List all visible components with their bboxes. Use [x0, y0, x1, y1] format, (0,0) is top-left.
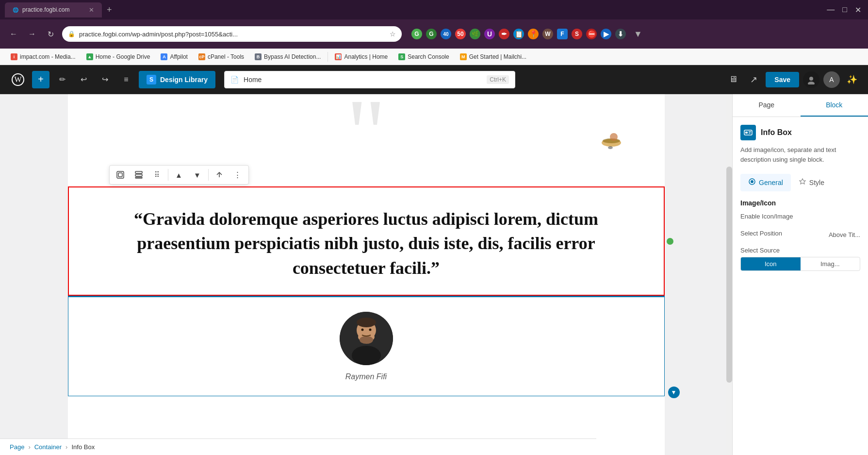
- toolbar-sep: [168, 169, 168, 181]
- resize-handle[interactable]: ▼: [668, 387, 680, 398]
- svg-point-6: [610, 133, 618, 141]
- transform-btn[interactable]: [211, 167, 228, 183]
- enable-icon-row: Enable Icon/Image: [740, 213, 860, 223]
- ext-g-icon[interactable]: G: [411, 29, 422, 39]
- user-avatar[interactable]: [803, 71, 819, 88]
- block-select-btn[interactable]: [130, 167, 147, 183]
- scrollbar-thumb[interactable]: [726, 167, 732, 383]
- window-minimize[interactable]: —: [825, 3, 836, 16]
- select-position-value[interactable]: Above Tit...: [829, 231, 860, 238]
- reload-button[interactable]: ↻: [44, 27, 57, 41]
- ext-g2-icon[interactable]: G: [426, 29, 437, 39]
- svg-point-7: [608, 146, 613, 149]
- ext-stop-icon[interactable]: ⛔: [586, 29, 597, 39]
- sub-tab-general-label: General: [759, 179, 783, 186]
- ext-wp-icon[interactable]: W: [542, 29, 553, 39]
- bookmark-star-icon[interactable]: ☆: [390, 30, 396, 38]
- selected-block[interactable]: “Gravida doloremque asperiores luctus ad…: [68, 186, 665, 296]
- bookmark-analytics[interactable]: 📊 Analytics | Home: [331, 52, 392, 62]
- breadcrumb-info-box: Info Box: [71, 443, 95, 451]
- bookmark-impact-label: impact.com - Media...: [20, 53, 76, 60]
- external-link-button[interactable]: ↗: [745, 71, 762, 88]
- active-tab[interactable]: 🌐 practice.fogbi.com ✕: [5, 2, 102, 17]
- editor-canvas[interactable]: ": [0, 94, 732, 455]
- bookmark-analytics-icon: 📊: [335, 53, 342, 60]
- ext-u-icon[interactable]: U: [484, 29, 495, 39]
- bookmark-search-console[interactable]: S Search Console: [394, 52, 453, 62]
- tab-close[interactable]: ✕: [89, 6, 94, 14]
- breadcrumb-page[interactable]: Page: [10, 443, 24, 451]
- bookmark-mailchi[interactable]: M Get Started | Mailchi...: [456, 52, 531, 62]
- bookmark-gdrive[interactable]: ▲ Home - Google Drive: [82, 52, 154, 62]
- svg-point-3: [808, 82, 815, 84]
- quote-text[interactable]: “Gravida doloremque asperiores luctus ad…: [98, 207, 635, 280]
- breadcrumb-sep-2: ›: [66, 443, 67, 451]
- block-description: Add image/icon, separate and text descri…: [740, 145, 860, 164]
- source-toggle: Icon Imag...: [740, 257, 860, 271]
- design-library-button[interactable]: S Design Library: [139, 71, 215, 88]
- add-block-button[interactable]: +: [32, 71, 49, 88]
- ext-arrow-icon[interactable]: ▶: [601, 29, 611, 39]
- ai-sparkle-button[interactable]: ✨: [844, 71, 860, 88]
- tab-page[interactable]: Page: [733, 94, 801, 117]
- editor-layout: ": [0, 94, 868, 455]
- bookmark-impact[interactable]: i impact.com - Media...: [7, 52, 80, 62]
- right-panel: Page Block Info Box Add image/icon, sepa…: [732, 94, 868, 455]
- second-avatar[interactable]: A: [823, 71, 840, 88]
- list-view-button[interactable]: ≡: [117, 71, 135, 88]
- sub-tab-general[interactable]: General: [740, 174, 791, 191]
- ext-40-icon[interactable]: 40: [441, 29, 451, 39]
- move-up-btn[interactable]: ▲: [170, 167, 188, 183]
- canvas-scrollbar[interactable]: [726, 94, 732, 455]
- quote-content[interactable]: “Gravida doloremque asperiores luctus ad…: [69, 187, 664, 295]
- bookmark-affpilot[interactable]: A Affpilot: [157, 52, 191, 62]
- toolbar-sep-2: [208, 169, 209, 181]
- drag-handle[interactable]: ⠿: [148, 167, 166, 183]
- undo-button[interactable]: ↩: [75, 71, 92, 88]
- bookmark-cpanel[interactable]: cP cPanel - Tools: [195, 52, 248, 62]
- window-close[interactable]: ✕: [853, 3, 863, 17]
- extensions-toggle[interactable]: ▼: [634, 29, 642, 39]
- breadcrumb-container[interactable]: Container: [34, 443, 62, 451]
- redo-button[interactable]: ↪: [96, 71, 114, 88]
- sub-tab-style[interactable]: Style: [791, 174, 832, 191]
- ext-map-icon[interactable]: 📍: [528, 29, 539, 39]
- ext-r-icon[interactable]: ✒: [499, 29, 509, 39]
- ext-note-icon[interactable]: 📋: [513, 29, 524, 39]
- author-block[interactable]: Raymen Fifi ▼: [68, 297, 665, 396]
- tab-title: practice.fogbi.com: [22, 6, 69, 13]
- breadcrumb-sep-1: ›: [28, 443, 30, 451]
- new-tab-btn[interactable]: +: [105, 3, 114, 17]
- bookmark-bypass[interactable]: B Bypass AI Detection...: [251, 52, 325, 62]
- wp-logo[interactable]: W: [8, 69, 28, 90]
- more-options-btn[interactable]: ⋮: [229, 167, 246, 183]
- block-toolbar: ⠿ ▲ ▼ ⋮: [109, 165, 249, 185]
- move-down-btn[interactable]: ▼: [189, 167, 206, 183]
- save-button[interactable]: Save: [766, 72, 799, 87]
- ext-50-icon[interactable]: 50: [455, 29, 466, 39]
- ext-f-icon[interactable]: F: [557, 29, 568, 39]
- forward-button[interactable]: →: [25, 27, 39, 41]
- address-bar[interactable]: 🔒 practice.fogbi.com/wp-admin/post.php?p…: [62, 26, 402, 42]
- home-search-input[interactable]: 📄 Home Ctrl+K: [224, 71, 515, 88]
- style-icon: [799, 178, 806, 187]
- select-position-row: Select Position Above Tit...: [740, 230, 860, 240]
- tab-block[interactable]: Block: [801, 94, 868, 117]
- bookmark-sep-1: [328, 52, 328, 62]
- image-icon-section-title: Image/Icon: [740, 199, 860, 207]
- ext-s-icon[interactable]: S: [572, 29, 582, 39]
- ext-leaf-icon[interactable]: 🌿: [470, 29, 480, 39]
- bookmark-mailchi-label: Get Started | Mailchi...: [469, 53, 527, 60]
- edit-pencil-button[interactable]: ✏: [53, 71, 71, 88]
- author-face-svg: [340, 312, 393, 365]
- ext-download-icon[interactable]: ⬇: [615, 29, 626, 39]
- panel-sub-tabs: General Style: [740, 174, 860, 191]
- source-icon-btn[interactable]: Icon: [741, 257, 801, 270]
- device-preview-button[interactable]: 🖥: [725, 71, 741, 88]
- source-image-btn[interactable]: Imag...: [801, 257, 860, 270]
- parent-block-btn[interactable]: [112, 167, 129, 183]
- back-button[interactable]: ←: [7, 27, 20, 41]
- design-library-label: Design Library: [160, 76, 208, 84]
- window-maximize[interactable]: □: [840, 3, 849, 16]
- bookmark-cpanel-label: cPanel - Tools: [208, 53, 244, 60]
